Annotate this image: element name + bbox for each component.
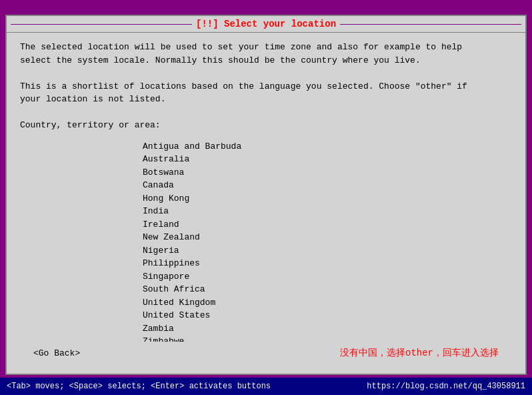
- desc-line3: [20, 67, 512, 80]
- location-list: Antigua and BarbudaAustraliaBotswanaCana…: [20, 140, 512, 342]
- title-decoration: [!!]: [196, 19, 219, 29]
- list-item[interactable]: Philippines: [140, 257, 203, 270]
- list-item[interactable]: Singapore: [140, 270, 192, 284]
- desc-line6: [20, 106, 512, 119]
- status-url: https://blog.csdn.net/qq_43058911: [367, 382, 525, 391]
- status-bar: <Tab> moves; <Space> selects; <Enter> ac…: [0, 378, 532, 395]
- title-text: [!!] Select your location: [196, 19, 336, 29]
- list-item[interactable]: Zambia: [140, 322, 177, 336]
- title-label: Select your location: [224, 19, 336, 29]
- desc-label: Country, territory or area:: [20, 119, 512, 132]
- list-item[interactable]: Ireland: [140, 218, 182, 232]
- go-back-button[interactable]: <Go Back>: [33, 348, 80, 358]
- status-keys: <Tab> moves; <Space> selects; <Enter> ac…: [7, 382, 271, 391]
- desc-line2: select the system locale. Normally this …: [20, 54, 512, 67]
- title-bar-right-line: [340, 24, 521, 25]
- list-item[interactable]: Zimbabwe: [140, 335, 187, 342]
- list-item[interactable]: South Africa: [140, 283, 208, 296]
- title-bar-left-line: [11, 24, 192, 25]
- list-item[interactable]: New Zealand: [140, 231, 203, 244]
- annotation-text: 没有中国，选择other，回车进入选择: [340, 347, 499, 359]
- list-item[interactable]: United Kingdom: [140, 296, 218, 310]
- list-item[interactable]: United States: [140, 309, 213, 322]
- list-item[interactable]: Canada: [140, 179, 177, 192]
- list-item[interactable]: India: [140, 205, 171, 218]
- description-text: The selected location will be used to se…: [20, 41, 512, 132]
- bottom-buttons: <Go Back> 没有中国，选择other，回车进入选择: [20, 342, 512, 366]
- content-area: The selected location will be used to se…: [7, 33, 525, 374]
- list-item[interactable]: Hong Kong: [140, 192, 192, 206]
- main-window: [!!] Select your location The selected l…: [5, 15, 527, 375]
- desc-line4: This is a shortlist of locations based o…: [20, 80, 512, 93]
- title-bar: [!!] Select your location: [7, 16, 525, 33]
- list-item[interactable]: Nigeria: [140, 244, 182, 258]
- list-item[interactable]: Antigua and Barbuda: [140, 140, 244, 153]
- list-item[interactable]: Australia: [140, 153, 192, 166]
- desc-line5: your location is not listed.: [20, 93, 512, 106]
- desc-line1: The selected location will be used to se…: [20, 41, 512, 54]
- list-item[interactable]: Botswana: [140, 166, 187, 179]
